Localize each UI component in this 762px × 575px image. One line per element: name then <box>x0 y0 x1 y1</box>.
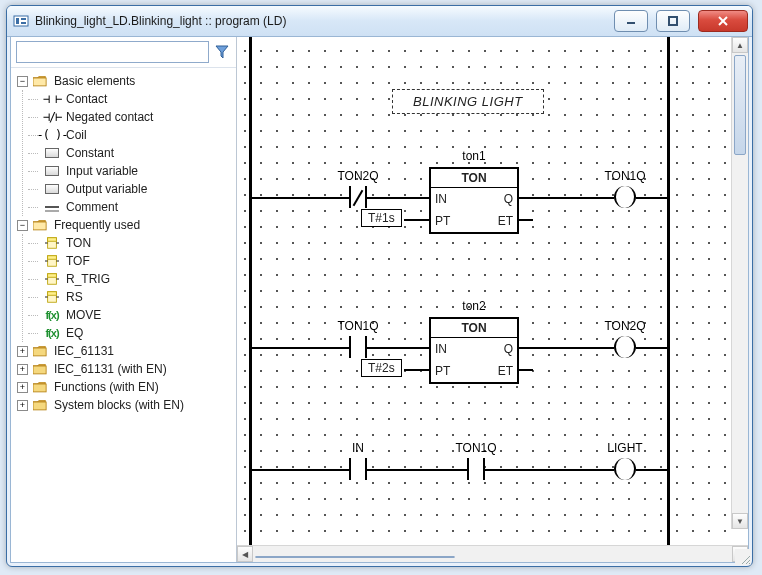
tree-item-ton[interactable]: TON <box>39 234 234 252</box>
tree-item-label: Constant <box>64 144 116 162</box>
close-icon <box>717 16 729 26</box>
svg-rect-5 <box>669 17 677 25</box>
expand-icon[interactable]: + <box>17 346 28 357</box>
fb-pin: IN <box>435 192 447 206</box>
contact-label: TON2Q <box>337 169 378 183</box>
horizontal-scroll-thumb[interactable] <box>255 556 455 558</box>
tree-item-ncontact[interactable]: ⊣/⊢ Negated contact <box>39 108 234 126</box>
svg-rect-2 <box>21 18 26 20</box>
resize-grip[interactable] <box>735 549 751 565</box>
tree-group-func[interactable]: + Functions (with EN) <box>15 378 234 396</box>
coil-label: TON2Q <box>604 319 645 333</box>
horizontal-scrollbar[interactable]: ◀ ▶ <box>237 545 748 562</box>
svg-marker-8 <box>216 46 228 58</box>
tree-item-label: Negated contact <box>64 108 155 126</box>
svg-rect-4 <box>627 22 635 24</box>
time-constant[interactable]: T#1s <box>361 209 402 227</box>
tree-group-label: Frequently used <box>52 216 142 234</box>
tree-item-rtrig[interactable]: R_TRIG <box>39 270 234 288</box>
vertical-scroll-thumb[interactable] <box>734 55 746 155</box>
wire <box>249 197 349 199</box>
svg-rect-30 <box>33 402 46 410</box>
function-block-ton2[interactable]: TON INQ PTET <box>429 317 519 384</box>
vertical-scrollbar[interactable]: ▲ ▼ <box>731 37 748 529</box>
minimize-icon <box>626 16 636 26</box>
tree-group-freq[interactable]: − Frequently used <box>15 216 234 234</box>
wire <box>519 369 533 371</box>
collapse-icon[interactable]: − <box>17 76 28 87</box>
tree-item-contact[interactable]: ⊣ ⊢ Contact <box>39 90 234 108</box>
window-frame: Blinking_light_LD.Blinking_light :: prog… <box>6 5 753 567</box>
canvas-area: BLINKING LIGHTTON2Qton1 TON INQ PTET T#1… <box>237 37 748 562</box>
tree-item-label: Input variable <box>64 162 140 180</box>
tree-item-tof[interactable]: TOF <box>39 252 234 270</box>
tree-item-comment[interactable]: Comment <box>39 198 234 216</box>
tree-item-constant[interactable]: Constant <box>39 144 234 162</box>
coil-TON1Q[interactable] <box>614 186 636 208</box>
tree-group-iecen[interactable]: + IEC_61131 (with EN) <box>15 360 234 378</box>
search-input[interactable] <box>16 41 209 63</box>
close-button[interactable] <box>698 10 748 32</box>
svg-rect-20 <box>48 274 57 278</box>
coil-TON2Q[interactable] <box>614 336 636 358</box>
ladder-canvas[interactable]: BLINKING LIGHTTON2Qton1 TON INQ PTET T#1… <box>237 37 732 545</box>
expand-icon[interactable]: + <box>17 400 28 411</box>
right-power-rail <box>667 37 670 545</box>
coil-label: LIGHT <box>607 441 642 455</box>
scroll-up-button[interactable]: ▲ <box>732 37 748 53</box>
wire <box>485 469 614 471</box>
rung-comment[interactable]: BLINKING LIGHT <box>392 89 544 114</box>
fb-icon <box>44 271 60 287</box>
tree-item-label: RS <box>64 288 85 306</box>
scroll-left-button[interactable]: ◀ <box>237 546 253 562</box>
fb-instance-label: ton2 <box>462 299 485 313</box>
expand-icon[interactable]: + <box>17 364 28 375</box>
tree-item-eq[interactable]: f(x) EQ <box>39 324 234 342</box>
contact-TON1Q[interactable] <box>467 458 485 480</box>
contact-TON2Q[interactable] <box>349 186 367 208</box>
wire <box>367 347 429 349</box>
ld-icon: ⊣/⊢ <box>44 109 60 125</box>
wire <box>404 219 429 221</box>
coil-LIGHT[interactable] <box>614 458 636 480</box>
tree-group-iec[interactable]: + IEC_61131 <box>15 342 234 360</box>
tree-group-label: Basic elements <box>52 72 137 90</box>
tree-item-inputvar[interactable]: Input variable <box>39 162 234 180</box>
tree-item-move[interactable]: f(x) MOVE <box>39 306 234 324</box>
tree-item-label: EQ <box>64 324 85 342</box>
wire <box>636 469 667 471</box>
function-block-ton1[interactable]: TON INQ PTET <box>429 167 519 234</box>
tree-item-coil[interactable]: -( )- Coil <box>39 126 234 144</box>
maximize-button[interactable] <box>656 10 690 32</box>
tree-item-rs[interactable]: RS <box>39 288 234 306</box>
toolbox-tree[interactable]: − Basic elements ⊣ ⊢ Contact ⊣/⊢ Negated… <box>11 68 236 562</box>
toolbox-sidebar: − Basic elements ⊣ ⊢ Contact ⊣/⊢ Negated… <box>11 37 237 562</box>
svg-line-33 <box>749 563 750 564</box>
tree-item-label: TON <box>64 234 93 252</box>
contact-IN[interactable] <box>349 458 367 480</box>
svg-rect-28 <box>33 366 46 374</box>
contact-label: TON1Q <box>455 441 496 455</box>
time-constant[interactable]: T#2s <box>361 359 402 377</box>
contact-TON1Q[interactable] <box>349 336 367 358</box>
wire <box>636 347 667 349</box>
svg-rect-9 <box>33 78 46 86</box>
minimize-button[interactable] <box>614 10 648 32</box>
tree-group-basic[interactable]: − Basic elements <box>15 72 234 90</box>
expand-icon[interactable]: + <box>17 382 28 393</box>
svg-rect-1 <box>16 18 19 24</box>
window-title: Blinking_light_LD.Blinking_light :: prog… <box>35 14 606 28</box>
fb-pin: PT <box>435 364 450 378</box>
scroll-down-button[interactable]: ▼ <box>732 513 748 529</box>
svg-rect-10 <box>33 222 46 230</box>
filter-button[interactable] <box>213 42 231 62</box>
tree-item-label: MOVE <box>64 306 103 324</box>
tree-item-label: Coil <box>64 126 89 144</box>
block-icon <box>44 181 60 197</box>
tree-item-outputvar[interactable]: Output variable <box>39 180 234 198</box>
collapse-icon[interactable]: − <box>17 220 28 231</box>
tree-group-sys[interactable]: + System blocks (with EN) <box>15 396 234 414</box>
titlebar[interactable]: Blinking_light_LD.Blinking_light :: prog… <box>7 6 752 37</box>
wire <box>404 369 429 371</box>
folder-icon <box>32 397 48 413</box>
